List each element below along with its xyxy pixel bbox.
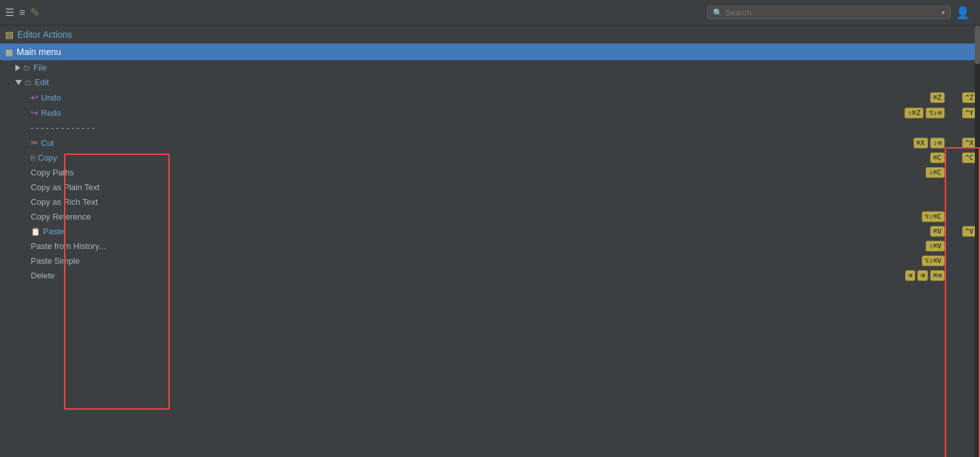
scrollbar-track[interactable] <box>975 26 980 457</box>
shortcut-shift-cmd-c: ⇧⌘C <box>926 167 945 178</box>
shortcut-cmd-z: ⌘Z <box>930 92 945 103</box>
copy-rich-row[interactable]: Copy as Rich Text <box>0 195 980 209</box>
copy-plain-row[interactable]: Copy as Plain Text <box>0 180 980 195</box>
collapse-icon <box>15 65 20 71</box>
file-label: File <box>33 63 47 72</box>
shortcut-alt-shift-cmd-c: ⌥⇧⌘C <box>922 211 945 222</box>
shortcut-cmd-bs: ⌘⌫ <box>930 270 945 281</box>
undo-icon: ↩ <box>31 92 38 102</box>
copy-row[interactable]: ⎘ Copy ⌘C ^C <box>0 150 980 165</box>
paste-label: Paste <box>43 227 64 236</box>
redo-row[interactable]: ↪ Redo ⇧⌘Z ⌥⇧⌫ ^Y <box>0 105 980 120</box>
copy-plain-label: Copy as Plain Text <box>31 182 99 192</box>
search-input[interactable] <box>725 8 942 17</box>
paste-simple-row[interactable]: Paste Simple ⌥⇧⌘V <box>0 253 980 268</box>
copy-paths-label: Copy Paths <box>31 168 74 177</box>
user-icon[interactable]: 👤 <box>956 6 970 20</box>
delete-row[interactable]: Delete ⌫ ⌫ ⌘⌫ <box>0 268 980 283</box>
shortcut-cmd-v: ⌘V <box>930 226 945 237</box>
scrollbar-thumb[interactable] <box>975 26 980 64</box>
cut-row[interactable]: ✂ Cut ⌘X ⇧⌫ ^X <box>0 135 980 150</box>
copy-paths-row[interactable]: Copy Paths ⇧⌘C <box>0 165 980 180</box>
paste-row[interactable]: 📋 Paste ⌘V ^V <box>0 224 980 239</box>
undo-row[interactable]: ↩ Undo ⌘Z ^Z <box>0 90 980 105</box>
paste-history-label: Paste from History... <box>31 241 106 251</box>
section-title: Editor Actions <box>17 29 72 40</box>
paste-history-row[interactable]: Paste from History... ⇧⌘V <box>0 239 980 253</box>
section-folder-icon: ▤ <box>5 29 13 40</box>
shortcut-cmd-c: ⌘C <box>930 152 945 163</box>
tree-panel: ▤ Editor Actions ▦ Main menu 🗀 File 🗀 Ed… <box>0 26 980 457</box>
shortcut-cmd-x: ⌘X <box>913 138 928 148</box>
file-row[interactable]: 🗀 File <box>0 60 980 75</box>
search-icon: 🔍 <box>713 8 723 17</box>
pencil-icon[interactable]: ✎ <box>30 6 40 20</box>
copy-ref-row[interactable]: Copy Reference ⌥⇧⌘C <box>0 209 980 224</box>
search-dropdown-icon[interactable]: ▾ <box>942 9 945 16</box>
folder-icon: 🗀 <box>23 63 31 72</box>
copy-ref-label: Copy Reference <box>31 212 91 221</box>
cut-icon: ✂ <box>31 138 38 148</box>
copy-label: Copy <box>38 153 57 163</box>
edit-row[interactable]: 🗀 Edit <box>0 75 980 90</box>
shortcut-alt-shift-cmd-v: ⌥⇧⌘V <box>922 255 945 266</box>
copy-icon: ⎘ <box>31 154 35 163</box>
section-header: ▤ Editor Actions <box>0 26 980 44</box>
shortcut-shift-cmd-z: ⇧⌘Z <box>904 108 924 118</box>
separator-label: - - - - - - - - - - - - - <box>31 123 95 132</box>
lines-icon[interactable]: ≡ <box>19 7 25 19</box>
main-content: ▤ Editor Actions ▦ Main menu 🗀 File 🗀 Ed… <box>0 26 980 457</box>
paste-simple-label: Paste Simple <box>31 256 80 266</box>
undo-label: Undo <box>41 93 61 102</box>
folder-icon: 🗀 <box>24 78 32 87</box>
main-menu-icon: ▦ <box>5 47 13 57</box>
shortcut-shift-cmd-v: ⇧⌘V <box>926 241 945 252</box>
edit-label: Edit <box>35 77 49 87</box>
cut-label: Cut <box>41 138 54 148</box>
menu-icon[interactable]: ☰ <box>5 6 14 19</box>
redo-icon: ↪ <box>31 108 38 118</box>
redo-label: Redo <box>41 108 61 118</box>
toolbar: ☰ ≡ ✎ 🔍 ▾ 👤 <box>0 0 980 26</box>
separator-row: - - - - - - - - - - - - - <box>0 120 980 135</box>
shortcut-bs2: ⌫ <box>917 270 928 281</box>
paste-icon: 📋 <box>31 227 40 236</box>
shortcut-alt-shift-bs: ⌥⇧⌫ <box>926 108 945 118</box>
search-bar: 🔍 ▾ 👤 <box>707 6 975 20</box>
main-menu-label: Main menu <box>17 47 61 57</box>
copy-rich-label: Copy as Rich Text <box>31 197 98 207</box>
main-menu-row[interactable]: ▦ Main menu <box>0 44 980 60</box>
delete-label: Delete <box>31 271 55 280</box>
shortcut-bs1: ⌫ <box>905 270 916 281</box>
expand-icon <box>15 80 22 85</box>
search-wrapper: 🔍 ▾ <box>707 6 951 19</box>
shortcut-shift-bs: ⇧⌫ <box>930 138 945 148</box>
